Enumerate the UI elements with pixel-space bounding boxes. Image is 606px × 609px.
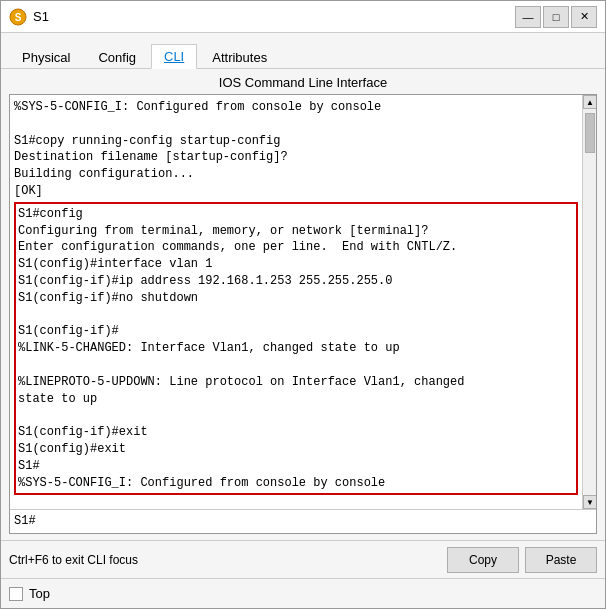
top-label: Top [29,586,50,601]
top-checkbox[interactable] [9,587,23,601]
close-button[interactable]: ✕ [571,6,597,28]
section-title: IOS Command Line Interface [9,75,597,90]
maximize-button[interactable]: □ [543,6,569,28]
cli-input-row[interactable]: S1# [10,509,596,533]
window-controls: — □ ✕ [515,6,597,28]
cli-highlight-text: S1#config Configuring from terminal, mem… [18,206,574,492]
scroll-thumb-area[interactable] [583,109,596,495]
cli-output[interactable]: %SYS-5-CONFIG_I: Configured from console… [10,95,582,509]
cli-container[interactable]: %SYS-5-CONFIG_I: Configured from console… [9,94,597,534]
app-icon: S [9,8,27,26]
tab-cli[interactable]: CLI [151,44,197,69]
scrollbar[interactable]: ▲ ▼ [582,95,596,509]
tabs-bar: Physical Config CLI Attributes [1,33,605,69]
scroll-thumb[interactable] [585,113,595,153]
minimize-button[interactable]: — [515,6,541,28]
copy-button[interactable]: Copy [447,547,519,573]
paste-button[interactable]: Paste [525,547,597,573]
action-buttons: Copy Paste [447,547,597,573]
scroll-up-button[interactable]: ▲ [583,95,596,109]
cli-hint: Ctrl+F6 to exit CLI focus [9,553,138,567]
bottom-bar: Ctrl+F6 to exit CLI focus Copy Paste [1,540,605,578]
title-bar: S S1 — □ ✕ [1,1,605,33]
cli-prompt: S1# [14,514,36,528]
tab-physical[interactable]: Physical [9,45,83,69]
cli-highlighted-block: S1#config Configuring from terminal, mem… [14,202,578,496]
main-window: S S1 — □ ✕ Physical Config CLI Attribute… [0,0,606,609]
tab-config[interactable]: Config [85,45,149,69]
tab-attributes[interactable]: Attributes [199,45,280,69]
scroll-down-button[interactable]: ▼ [583,495,596,509]
content-area: IOS Command Line Interface %SYS-5-CONFIG… [1,69,605,540]
window-title: S1 [33,9,515,24]
footer-bar: Top [1,578,605,608]
svg-text:S: S [15,12,22,23]
cli-pre-highlight: %SYS-5-CONFIG_I: Configured from console… [14,99,578,200]
